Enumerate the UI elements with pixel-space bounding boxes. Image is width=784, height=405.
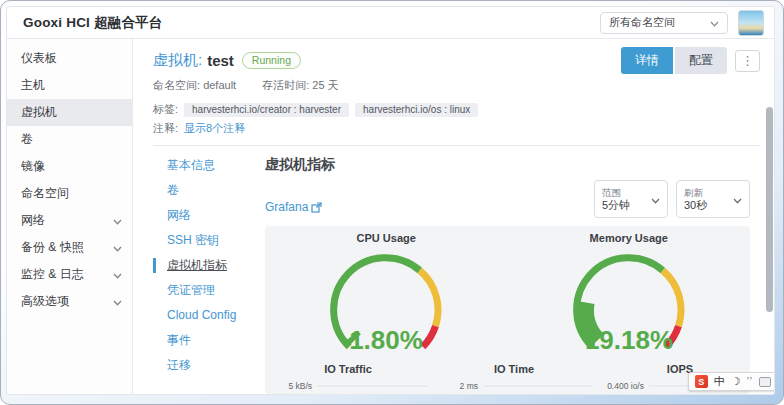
metrics-selects: 范围 5分钟 刷新 (594, 180, 750, 218)
action-buttons: 详情 配置 ⋮ (621, 47, 760, 74)
chart-plot: 5 kB/s4 kB/s3 kB/s (265, 378, 431, 394)
ime-toolbar[interactable]: S 中 ☽ ’’ (688, 372, 775, 391)
tab-迁移[interactable]: 迁移 (153, 358, 265, 373)
gauge-title: CPU Usage (357, 232, 416, 244)
age-value: 25 天 (312, 79, 338, 91)
app-body: 仪表板主机虚拟机卷镜像命名空间网络备份 & 快照监控 & 日志高级选项 虚拟机:… (7, 39, 774, 394)
io-traffic-chart: IO Traffic5 kB/s4 kB/s3 kB/s (265, 363, 431, 394)
scrollbar-thumb[interactable] (766, 107, 773, 312)
cpu-usage-gauge: CPU Usage1.80% (265, 232, 508, 359)
metrics-controls: Grafana 范围 (265, 180, 750, 218)
range-select[interactable]: 范围 5分钟 (594, 180, 668, 218)
namespace-selector[interactable]: 所有命名空间 (600, 12, 728, 34)
app-window: Gooxi HCI 超融合平台 所有命名空间 仪表板主机虚拟机卷镜像命名空间网络… (6, 6, 775, 395)
namespace-label: 命名空间: (153, 79, 200, 91)
label-chip: harvesterhci.io/os : linux (355, 103, 478, 117)
metrics-title: 虚拟机指标 (265, 156, 750, 174)
sidebar-list: 仪表板主机虚拟机卷镜像命名空间网络备份 & 快照监控 & 日志高级选项 (7, 45, 132, 315)
tab-事件[interactable]: 事件 (153, 333, 265, 348)
gauge-title: Memory Usage (590, 232, 668, 244)
tab-ssh-密钥[interactable]: SSH 密钥 (153, 233, 265, 248)
show-annotations-link[interactable]: 显示8个注释 (184, 121, 245, 136)
tab-基本信息[interactable]: 基本信息 (153, 158, 265, 173)
age-meta: 存活时间: 25 天 (262, 78, 338, 93)
charts-row: IO Traffic5 kB/s4 kB/s3 kB/sIO Time2 ms1… (265, 363, 750, 394)
svg-text:2 ms: 2 ms (460, 381, 478, 391)
chevron-down-icon (651, 190, 660, 208)
window-frame: Gooxi HCI 超融合平台 所有命名空间 仪表板主机虚拟机卷镜像命名空间网络… (0, 0, 784, 405)
sidebar-item-label: 命名空间 (21, 185, 69, 202)
avatar[interactable] (738, 10, 764, 36)
resource-type-link[interactable]: 虚拟机: (153, 51, 202, 70)
refresh-select[interactable]: 刷新 30秒 (676, 180, 750, 218)
gauge-arc: 1.80% (291, 246, 481, 359)
external-link-icon (311, 202, 322, 213)
detail-content: 基本信息卷网络SSH 密钥虚拟机指标凭证管理Cloud Config事件迁移 虚… (153, 146, 760, 394)
svg-text:1.80%: 1.80% (349, 325, 423, 355)
sidebar-item-命名空间[interactable]: 命名空间 (7, 180, 132, 207)
sidebar-item-label: 监控 & 日志 (21, 266, 84, 283)
sidebar-item-网络[interactable]: 网络 (7, 207, 132, 234)
ime-punctuation-icon[interactable]: ’’ (747, 376, 753, 387)
labels-caption: 标签: (153, 102, 178, 117)
sidebar-item-卷[interactable]: 卷 (7, 126, 132, 153)
range-value: 5分钟 (602, 199, 630, 212)
chevron-down-icon (113, 214, 122, 228)
sidebar-item-label: 高级选项 (21, 293, 69, 310)
chart-title: IO Traffic (324, 363, 372, 375)
top-header: Gooxi HCI 超融合平台 所有命名空间 (7, 7, 774, 39)
detail-tabs: 基本信息卷网络SSH 密钥虚拟机指标凭证管理Cloud Config事件迁移 (153, 156, 265, 394)
sidebar-item-label: 卷 (21, 131, 33, 148)
details-button[interactable]: 详情 (621, 47, 673, 74)
more-actions-button[interactable]: ⋮ (735, 50, 760, 72)
sidebar-item-仪表板[interactable]: 仪表板 (7, 45, 132, 72)
svg-text:19.18%: 19.18% (585, 325, 673, 355)
tab-虚拟机指标[interactable]: 虚拟机指标 (153, 258, 265, 273)
chevron-down-icon (113, 241, 122, 255)
page-title-row: 虚拟机: test Running 详情 配置 ⋮ (153, 47, 760, 74)
sidebar-item-监控-日志[interactable]: 监控 & 日志 (7, 261, 132, 288)
tab-凭证管理[interactable]: 凭证管理 (153, 283, 265, 298)
ime-keyboard-icon[interactable] (759, 377, 771, 387)
sidebar-item-label: 网络 (21, 212, 45, 229)
sidebar-item-主机[interactable]: 主机 (7, 72, 132, 99)
sidebar-item-虚拟机[interactable]: 虚拟机 (7, 99, 132, 126)
tags-list: harvesterhci.io/creator : harvesterharve… (184, 103, 478, 117)
svg-text:0.400 io/s: 0.400 io/s (607, 381, 644, 391)
chart-plot: 2 ms1.50 ms1 ms (431, 378, 597, 394)
sidebar-item-镜像[interactable]: 镜像 (7, 153, 132, 180)
gauges-row: CPU Usage1.80%Memory Usage19.18% (265, 232, 750, 359)
ime-language-mode[interactable]: 中 (714, 374, 725, 389)
tab-卷[interactable]: 卷 (153, 183, 265, 198)
tab-cloud-config[interactable]: Cloud Config (153, 308, 265, 323)
sidebar: 仪表板主机虚拟机卷镜像命名空间网络备份 & 快照监控 & 日志高级选项 (7, 39, 133, 394)
main-content: 虚拟机: test Running 详情 配置 ⋮ 命名空间: default (133, 39, 774, 394)
grafana-link[interactable]: Grafana (265, 200, 322, 214)
annotations-caption: 注释: (153, 121, 178, 136)
chevron-down-icon (113, 268, 122, 282)
chevron-down-icon (733, 190, 742, 208)
age-label: 存活时间: (262, 79, 309, 91)
refresh-value: 30秒 (684, 199, 707, 212)
grafana-label: Grafana (265, 200, 308, 214)
ime-logo-icon[interactable]: S (695, 375, 708, 388)
ime-fullwidth-icon[interactable]: ☽ (731, 375, 741, 388)
gauge-arc: 19.18% (534, 246, 724, 359)
resource-name: test (207, 52, 234, 69)
sidebar-item-备份-快照[interactable]: 备份 & 快照 (7, 234, 132, 261)
sidebar-item-label: 仪表板 (21, 50, 57, 67)
app-brand: Gooxi HCI 超融合平台 (23, 14, 163, 32)
label-chip: harvesterhci.io/creator : harvester (184, 103, 349, 117)
sidebar-item-label: 镜像 (21, 158, 45, 175)
header-right: 所有命名空间 (600, 10, 764, 36)
namespace-meta: 命名空间: default (153, 78, 236, 93)
tab-网络[interactable]: 网络 (153, 208, 265, 223)
memory-usage-gauge: Memory Usage19.18% (508, 232, 751, 359)
io-time-chart: IO Time2 ms1.50 ms1 ms (431, 363, 597, 394)
labels-row: 标签: harvesterhci.io/creator : harvesterh… (153, 102, 760, 117)
config-button[interactable]: 配置 (675, 47, 727, 74)
namespace-selector-value: 所有命名空间 (609, 15, 675, 30)
sidebar-item-label: 虚拟机 (21, 104, 57, 121)
sidebar-item-高级选项[interactable]: 高级选项 (7, 288, 132, 315)
range-label: 范围 (602, 186, 630, 199)
